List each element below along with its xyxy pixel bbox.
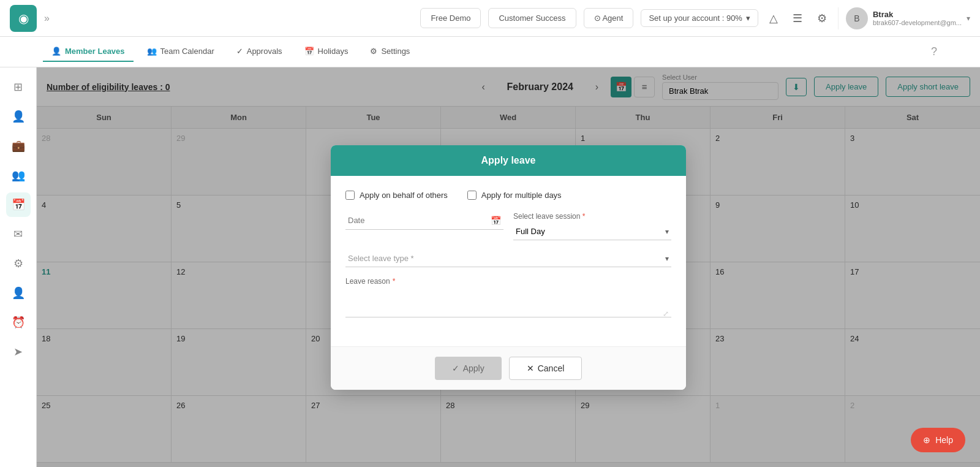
tab-settings[interactable]: ⚙ Settings bbox=[361, 42, 418, 62]
date-input[interactable] bbox=[348, 216, 491, 225]
agent-button[interactable]: ⊙ Agent bbox=[584, 8, 634, 28]
user2-icon: 👤 bbox=[12, 286, 25, 300]
leave-session-select-wrap: Full Day First Half Second Half ▾ bbox=[513, 223, 671, 240]
leave-type-select[interactable]: Select leave type * bbox=[345, 250, 671, 267]
gear-sidebar-icon: ⚙ bbox=[13, 257, 23, 270]
sidebar-icon-clock[interactable]: ⏰ bbox=[6, 310, 31, 335]
date-session-row: 📅 Select leave session * Full Day bbox=[345, 212, 671, 240]
free-demo-button[interactable]: Free Demo bbox=[420, 8, 481, 28]
help-fab-label: Help bbox=[935, 435, 953, 445]
logo-icon: ◉ bbox=[18, 11, 29, 26]
checkbox-row: Apply on behalf of others Apply for mult… bbox=[345, 191, 671, 200]
approvals-icon: ✓ bbox=[236, 47, 243, 56]
leave-reason-label: Leave reason bbox=[345, 277, 390, 286]
logo-button[interactable]: ◉ bbox=[10, 5, 37, 32]
avatar: B bbox=[846, 7, 868, 29]
settings-tab-icon: ⚙ bbox=[370, 47, 377, 56]
doc-icon: ☰ bbox=[793, 12, 802, 25]
leave-session-label: Select leave session * bbox=[513, 212, 671, 221]
leave-session-select[interactable]: Full Day First Half Second Half bbox=[513, 223, 671, 240]
dropdown-chevron-icon: ▾ bbox=[746, 13, 750, 23]
apply-multiple-days-checkbox-label[interactable]: Apply for multiple days bbox=[467, 191, 562, 200]
sidebar-icon-send[interactable]: ➤ bbox=[6, 340, 31, 364]
people-icon: 👤 bbox=[12, 110, 25, 123]
settings-icon-button[interactable]: ⚙ bbox=[813, 8, 831, 29]
tab-approvals[interactable]: ✓ Approvals bbox=[228, 42, 291, 62]
leave-session-required: * bbox=[582, 212, 586, 221]
help-fab-icon: ⊕ bbox=[923, 435, 930, 445]
dashboard-icon: ⊞ bbox=[13, 80, 23, 94]
calendar-icon: 📅 bbox=[12, 198, 25, 211]
nav-expand-icon[interactable]: » bbox=[44, 13, 50, 24]
cancel-button-label: Cancel bbox=[538, 363, 565, 373]
leave-reason-textarea[interactable] bbox=[345, 288, 671, 317]
sub-nav: 👤 Member Leaves 👥 Team Calendar ✓ Approv… bbox=[0, 37, 980, 67]
apply-multiple-days-checkbox[interactable] bbox=[467, 191, 477, 200]
leave-type-row: Select leave type * ▾ bbox=[345, 250, 671, 267]
customer-success-button[interactable]: Customer Success bbox=[488, 8, 576, 28]
briefcase-icon: 💼 bbox=[12, 139, 25, 153]
team-icon: 👥 bbox=[12, 169, 25, 182]
holidays-icon: 📅 bbox=[304, 47, 314, 56]
modal-body: Apply on behalf of others Apply for mult… bbox=[331, 176, 686, 346]
sidebar: ⊞ 👤 💼 👥 📅 ✉ ⚙ 👤 ⏰ ➤ bbox=[0, 67, 37, 467]
tab-holidays[interactable]: 📅 Holidays bbox=[296, 42, 357, 62]
leave-reason-row: Leave reason * ⤢ bbox=[345, 277, 671, 319]
apply-button-label: Apply bbox=[463, 363, 484, 373]
team-calendar-icon: 👥 bbox=[147, 47, 157, 56]
textarea-resize-icon: ⤢ bbox=[663, 309, 669, 318]
user-section[interactable]: B Btrak btrak607-development@gm... ▾ bbox=[838, 7, 970, 29]
clock-icon: ⏰ bbox=[12, 316, 25, 329]
modal-apply-button[interactable]: ✓ Apply bbox=[435, 357, 502, 380]
modal-title: Apply leave bbox=[481, 155, 536, 165]
sidebar-icon-briefcase[interactable]: 💼 bbox=[6, 134, 31, 158]
apply-multiple-days-label: Apply for multiple days bbox=[481, 191, 562, 200]
modal-cancel-button[interactable]: ✕ Cancel bbox=[509, 357, 582, 380]
top-nav: ◉ » Free Demo Customer Success ⊙ Agent S… bbox=[0, 0, 980, 37]
modal-header: Apply leave bbox=[331, 145, 686, 176]
calendar-area: Number of eligibility leaves : 0 ‹ Febru… bbox=[37, 67, 980, 467]
modal-footer: ✓ Apply ✕ Cancel bbox=[331, 346, 686, 390]
agent-icon: ⊙ bbox=[594, 13, 601, 23]
sidebar-icon-mail[interactable]: ✉ bbox=[6, 222, 31, 246]
apply-on-behalf-checkbox-label[interactable]: Apply on behalf of others bbox=[345, 191, 448, 200]
apply-on-behalf-label: Apply on behalf of others bbox=[360, 191, 448, 200]
send-icon: ➤ bbox=[13, 345, 23, 359]
settings-icon: ⚙ bbox=[817, 12, 827, 25]
doc-icon-button[interactable]: ☰ bbox=[789, 8, 806, 29]
sidebar-icon-dashboard[interactable]: ⊞ bbox=[6, 75, 31, 99]
sidebar-icon-team[interactable]: 👥 bbox=[6, 163, 31, 188]
alert-icon: △ bbox=[769, 12, 778, 25]
leave-session-form-group: Select leave session * Full Day First Ha… bbox=[513, 212, 671, 240]
user-name: Btrak bbox=[873, 10, 962, 19]
date-calendar-icon: 📅 bbox=[491, 216, 501, 226]
setup-button[interactable]: Set up your account : 90% ▾ bbox=[641, 9, 758, 27]
sidebar-icon-people[interactable]: 👤 bbox=[6, 104, 31, 129]
sidebar-icon-gear[interactable]: ⚙ bbox=[6, 251, 31, 276]
modal-overlay: Apply leave Apply on behalf of others Ap… bbox=[37, 67, 980, 467]
tab-team-calendar[interactable]: 👥 Team Calendar bbox=[138, 42, 223, 62]
member-leaves-icon: 👤 bbox=[51, 47, 61, 56]
main-content: ⊞ 👤 💼 👥 📅 ✉ ⚙ 👤 ⏰ ➤ Number of eligibilit… bbox=[0, 67, 980, 467]
mail-icon: ✉ bbox=[13, 227, 23, 241]
date-form-group: 📅 bbox=[345, 212, 503, 240]
alert-icon-button[interactable]: △ bbox=[766, 8, 782, 29]
apply-leave-modal: Apply leave Apply on behalf of others Ap… bbox=[331, 145, 686, 390]
sidebar-icon-calendar[interactable]: 📅 bbox=[6, 192, 31, 217]
user-email: btrak607-development@gm... bbox=[873, 19, 962, 26]
leave-reason-required: * bbox=[393, 277, 396, 286]
apply-check-icon: ✓ bbox=[452, 363, 459, 373]
tab-member-leaves[interactable]: 👤 Member Leaves bbox=[43, 42, 134, 62]
apply-on-behalf-checkbox[interactable] bbox=[345, 191, 355, 200]
sidebar-icon-user2[interactable]: 👤 bbox=[6, 281, 31, 305]
user-dropdown-arrow-icon: ▾ bbox=[967, 14, 970, 23]
cancel-x-icon: ✕ bbox=[527, 363, 534, 373]
leave-type-select-wrap: Select leave type * ▾ bbox=[345, 250, 671, 267]
help-circle-icon[interactable]: ? bbox=[931, 45, 937, 58]
help-fab-button[interactable]: ⊕ Help bbox=[911, 428, 965, 452]
